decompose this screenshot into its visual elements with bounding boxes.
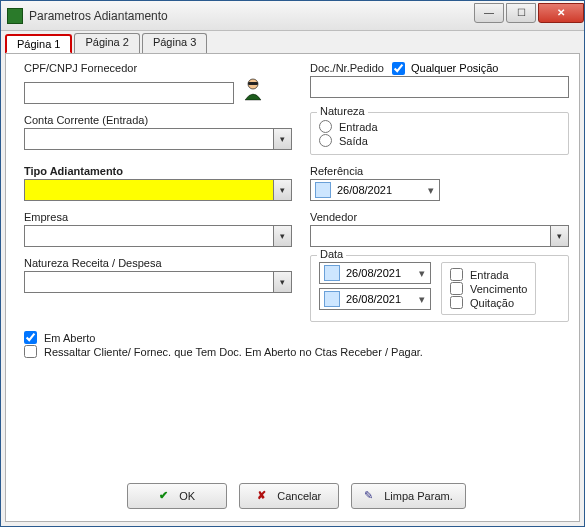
calendar-icon <box>324 291 340 307</box>
doc-input[interactable] <box>310 76 569 98</box>
data-quitacao-check[interactable]: Quitação <box>450 296 527 309</box>
chevron-down-icon[interactable]: ▾ <box>414 293 430 306</box>
vendedor-combo[interactable] <box>310 225 569 247</box>
qualquer-posicao-checkbox[interactable]: Qualquer Posição <box>392 62 498 75</box>
data-to[interactable]: 26/08/2021 ▾ <box>319 288 431 310</box>
natrd-label: Natureza Receita / Despesa <box>24 257 292 269</box>
em-aberto-check[interactable]: Em Aberto <box>24 331 569 344</box>
data-from[interactable]: 26/08/2021 ▾ <box>319 262 431 284</box>
clear-params-button[interactable]: ✎ Limpa Param. <box>351 483 465 509</box>
data-legend: Data <box>317 248 346 260</box>
chevron-down-icon[interactable]: ▾ <box>423 184 439 197</box>
minimize-button[interactable]: — <box>474 3 504 23</box>
tipo-combo[interactable] <box>24 179 292 201</box>
person-icon <box>240 76 266 104</box>
calendar-icon <box>315 182 331 198</box>
button-row: ✔ OK ✘ Cancelar ✎ Limpa Param. <box>24 475 569 513</box>
chevron-down-icon[interactable] <box>273 180 291 200</box>
chevron-down-icon[interactable] <box>550 226 568 246</box>
titlebar: Parametros Adiantamento — ☐ ✕ <box>1 1 584 31</box>
form-area: CPF/CNPJ Fornecedor Doc./Nr.Pedido <box>24 60 569 475</box>
window-title: Parametros Adiantamento <box>29 9 472 23</box>
svg-rect-1 <box>248 82 258 85</box>
data-entrada-check[interactable]: Entrada <box>450 268 527 281</box>
page-content: CPF/CNPJ Fornecedor Doc./Nr.Pedido <box>5 53 580 522</box>
window-frame: Parametros Adiantamento — ☐ ✕ Página 1 P… <box>0 0 585 527</box>
data-vencimento-check[interactable]: Vencimento <box>450 282 527 295</box>
natureza-legend: Natureza <box>317 105 368 117</box>
maximize-button[interactable]: ☐ <box>506 3 536 23</box>
ressaltar-check[interactable]: Ressaltar Cliente/ Fornec. que Tem Doc. … <box>24 345 569 358</box>
empresa-label: Empresa <box>24 211 292 223</box>
natureza-entrada-radio[interactable]: Entrada <box>319 120 560 133</box>
conta-label: Conta Corrente (Entrada) <box>24 114 292 126</box>
tab-pagina-1[interactable]: Página 1 <box>5 34 72 54</box>
app-icon <box>7 8 23 24</box>
chevron-down-icon[interactable] <box>273 129 291 149</box>
chevron-down-icon[interactable]: ▾ <box>414 267 430 280</box>
cpf-label: CPF/CNPJ Fornecedor <box>24 62 292 74</box>
brush-icon: ✎ <box>364 489 378 503</box>
vendedor-label: Vendedor <box>310 211 569 223</box>
check-icon: ✔ <box>159 489 173 503</box>
tipo-label: Tipo Adiantamento <box>24 165 292 177</box>
qualquer-posicao-label: Qualquer Posição <box>411 62 498 74</box>
referencia-date[interactable]: 26/08/2021 ▾ <box>310 179 440 201</box>
doc-label: Doc./Nr.Pedido <box>310 62 384 74</box>
qualquer-posicao-input[interactable] <box>392 62 405 75</box>
close-button[interactable]: ✕ <box>538 3 584 23</box>
conta-combo[interactable] <box>24 128 292 150</box>
chevron-down-icon[interactable] <box>273 272 291 292</box>
ok-button[interactable]: ✔ OK <box>127 483 227 509</box>
cpf-input[interactable] <box>24 82 234 104</box>
cancel-button[interactable]: ✘ Cancelar <box>239 483 339 509</box>
window-buttons: — ☐ ✕ <box>472 3 584 25</box>
calendar-icon <box>324 265 340 281</box>
x-icon: ✘ <box>257 489 271 503</box>
natrd-combo[interactable] <box>24 271 292 293</box>
empresa-combo[interactable] <box>24 225 292 247</box>
tab-bar: Página 1 Página 2 Página 3 <box>1 31 584 53</box>
tab-pagina-3[interactable]: Página 3 <box>142 33 207 53</box>
natureza-saida-radio[interactable]: Saída <box>319 134 560 147</box>
referencia-label: Referência <box>310 165 569 177</box>
tab-pagina-2[interactable]: Página 2 <box>74 33 139 53</box>
chevron-down-icon[interactable] <box>273 226 291 246</box>
